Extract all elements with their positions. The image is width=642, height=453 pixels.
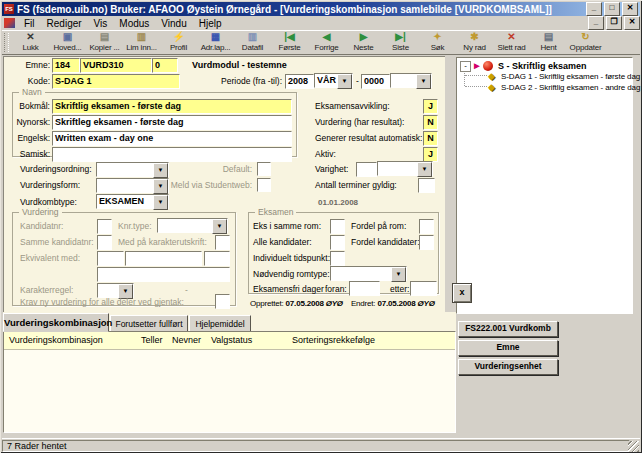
- fordel-kandidater-field[interactable]: [419, 235, 434, 250]
- menu-vindu[interactable]: Vindu: [155, 17, 192, 30]
- mdi-close-button[interactable]: ✕: [624, 16, 640, 30]
- varighet-field[interactable]: [356, 162, 377, 177]
- toolbar-label: Lukk: [12, 43, 49, 52]
- tab-hjelpemiddel[interactable]: Hjelpemiddel: [189, 315, 251, 332]
- vurdkombtype-value: EKSAMEN: [99, 196, 144, 207]
- antall-terminer-field[interactable]: [418, 178, 435, 193]
- toolbar-button-kopier[interactable]: ▤Kopier ...: [86, 31, 123, 54]
- samisk-field[interactable]: [52, 147, 292, 162]
- kode-field[interactable]: S-DAG 1: [52, 74, 180, 89]
- chevron-down-icon[interactable]: ▼: [417, 162, 432, 177]
- column-teller[interactable]: Teller: [141, 335, 163, 345]
- tree-root-item[interactable]: ► S - Skriftlig eksamen: [457, 59, 632, 71]
- chevron-down-icon[interactable]: ▼: [391, 267, 406, 282]
- gyldig-fra-date: 01.01.2008: [318, 197, 358, 208]
- menu-hjelp[interactable]: Hjelp: [193, 17, 228, 30]
- toolbar-button-sok[interactable]: ✦Søk: [419, 31, 456, 54]
- copy-icon: ▤: [86, 31, 123, 43]
- toolbar-label: Profil: [160, 43, 197, 52]
- chevron-down-icon[interactable]: ▼: [153, 163, 168, 178]
- samisk-label: Samisk:: [14, 149, 50, 160]
- toolbar-button-hoved[interactable]: ▣Hoved...: [49, 31, 86, 54]
- endret-date: 07.05.2008: [377, 299, 415, 308]
- toolbar-button-datafil[interactable]: ▥Datafil: [234, 31, 271, 54]
- vurderingsform-select[interactable]: ▼: [96, 178, 169, 193]
- resize-grip[interactable]: [628, 441, 639, 452]
- nynorsk-field[interactable]: Skriftleg eksamen - første dag: [52, 115, 292, 130]
- vurdkombtype-select[interactable]: EKSAMEN ▼: [96, 194, 169, 209]
- mdi-restore-button[interactable]: ❐: [606, 16, 622, 30]
- generer-resultat-flag[interactable]: N: [423, 131, 438, 146]
- tab-forutsetter-fullfort[interactable]: Forutsetter fullført: [110, 315, 188, 332]
- toolbar-button-neste[interactable]: ▶Neste: [345, 31, 382, 54]
- periode-fra-ar-field[interactable]: 2008: [285, 74, 314, 89]
- column-sorteringsrekkefolge[interactable]: Sorteringsrekkefølge: [292, 335, 375, 345]
- column-valgstatus[interactable]: Valgstatus: [211, 335, 252, 345]
- emne-kode-field[interactable]: VURD310: [80, 58, 152, 73]
- toolbar-button-siste[interactable]: ▶|Siste: [382, 31, 419, 54]
- new-row-icon: ✱: [456, 31, 493, 43]
- column-nevner[interactable]: Nevner: [172, 335, 201, 345]
- med-pa-karakterutskrift-field: [215, 235, 230, 250]
- chevron-down-icon[interactable]: ▼: [153, 195, 168, 210]
- eks-samme-rom-field[interactable]: [330, 219, 345, 234]
- aktiv-flag[interactable]: J: [423, 147, 438, 162]
- varighet-unit-select[interactable]: ▼: [377, 161, 433, 176]
- vurderingsordning-select[interactable]: ▼: [96, 162, 169, 177]
- alle-kandidater-field[interactable]: [330, 235, 345, 250]
- toolbar-button-profil[interactable]: ⚡Profil: [160, 31, 197, 54]
- fs222-vurdkomb-button[interactable]: FS222.001 Vurdkomb: [458, 321, 558, 337]
- chevron-down-icon[interactable]: ▼: [337, 74, 352, 89]
- nodvendig-romtype-select[interactable]: ▼: [330, 266, 407, 281]
- krav-ny-vurdering-checkbox[interactable]: [215, 294, 230, 309]
- toolbar-button-lukk[interactable]: ✕Lukk: [12, 31, 49, 54]
- periode-til-ar-field[interactable]: 0000: [361, 74, 390, 89]
- engelsk-field[interactable]: Written exam - day one: [52, 131, 292, 146]
- toolbar-button-lim-inn[interactable]: ▥Lim inn...: [123, 31, 160, 54]
- mdi-child-icon[interactable]: [4, 18, 15, 28]
- maximize-button[interactable]: □: [604, 2, 620, 16]
- emne-button[interactable]: Emne: [458, 340, 558, 356]
- toolbar-button-slett-rad[interactable]: ✕Slett rad: [493, 31, 530, 54]
- chevron-down-icon[interactable]: ▼: [416, 74, 431, 89]
- menu-vis[interactable]: Vis: [88, 17, 114, 30]
- tree-item[interactable]: ◆ S-DAG 2 - Skriftlig eksamen - andre da…: [457, 82, 632, 93]
- panel-close-button[interactable]: x: [452, 283, 472, 303]
- opprettet-sign: ØYØ: [326, 299, 343, 308]
- toolbar-button-forste[interactable]: |◀Første: [271, 31, 308, 54]
- menu-fil[interactable]: Fil: [18, 17, 41, 30]
- fordel-pa-rom-field[interactable]: [419, 219, 434, 234]
- tree-item[interactable]: ◆ S-DAG 1 - Skriftlig eksamen - første d…: [457, 71, 632, 82]
- bokmal-field[interactable]: Skriftlig eksamen - første dag: [52, 99, 292, 114]
- vurdering-har-resultat-flag[interactable]: N: [423, 115, 438, 130]
- column-vurderingskombinasjon[interactable]: Vurderingskombinasjon: [9, 335, 103, 345]
- menu-rediger[interactable]: Rediger: [41, 17, 88, 30]
- minimize-button[interactable]: _: [586, 2, 602, 16]
- emne-versjon-field[interactable]: 0: [152, 58, 178, 73]
- eksamensavvikling-flag[interactable]: J: [423, 99, 438, 114]
- toolbar-grip[interactable]: [4, 33, 9, 52]
- individuelt-tidspunkt-field[interactable]: [330, 251, 345, 266]
- toolbar-label: Lim inn...: [123, 43, 160, 52]
- emne-navn-text: Vurdmodul - testemne: [192, 60, 287, 71]
- fordel-kandidater-label: Fordel kandidater:: [351, 237, 420, 248]
- toolbar-label: Første: [271, 43, 308, 52]
- toolbar-button-forrige[interactable]: ◀Forrige: [308, 31, 345, 54]
- vurderingsenhet-button[interactable]: Vurderingsenhet: [458, 359, 558, 375]
- toolbar-label: Hent: [530, 43, 567, 52]
- toolbar-button-oppdater[interactable]: ↻Oppdater: [567, 31, 604, 54]
- chevron-down-icon[interactable]: ▼: [153, 179, 168, 194]
- periode-fra-termin-select[interactable]: VÅR ▼: [314, 73, 353, 88]
- vurdkomb-child-icon: ◆: [488, 82, 495, 92]
- toolbar-button-adrlap[interactable]: ▦Adr.lap...: [197, 31, 234, 54]
- menu-modus[interactable]: Modus: [113, 17, 155, 30]
- toolbar-button-ny-rad[interactable]: ✱Ny rad: [456, 31, 493, 54]
- periode-til-termin-select[interactable]: ▼: [390, 73, 432, 88]
- eksamensfri-etter-field[interactable]: [410, 281, 437, 296]
- close-button[interactable]: ✕: [622, 2, 638, 16]
- tab-vurderingskombinasjon[interactable]: Vurderingskombinasjon: [3, 313, 109, 332]
- eksamensfri-foran-field[interactable]: [349, 281, 380, 296]
- emne-institusjon-field[interactable]: 184: [52, 58, 80, 73]
- toolbar-button-hent[interactable]: ▤Hent: [530, 31, 567, 54]
- mdi-minimize-button[interactable]: _: [588, 16, 604, 30]
